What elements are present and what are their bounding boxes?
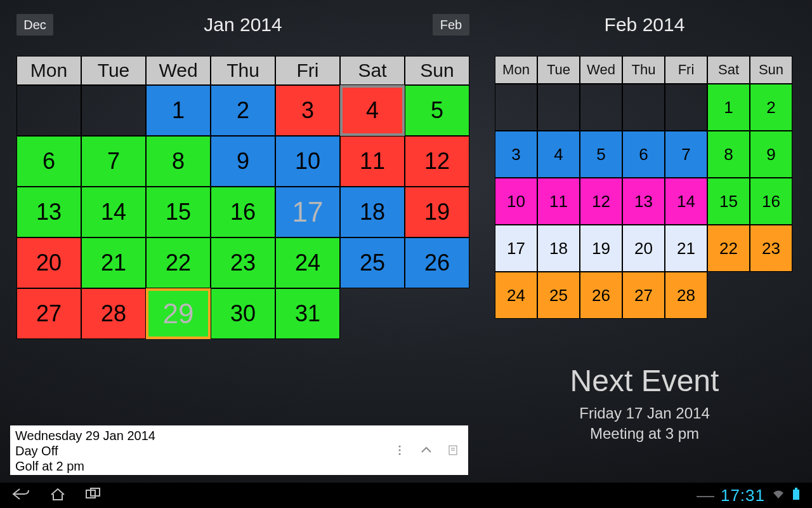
sec-day-cell[interactable]: 9 [750, 131, 792, 178]
sec-day-cell[interactable]: 4 [537, 131, 580, 178]
sec-day-cell[interactable]: 24 [495, 272, 537, 319]
dow-header: Tue [81, 56, 146, 85]
main-day-cell[interactable]: 17 [275, 187, 340, 237]
next-event-panel: Next Event Friday 17 Jan 2014 Meeting at… [495, 363, 794, 444]
main-day-cell[interactable]: 14 [81, 187, 146, 237]
calendar-secondary: MonTueWedThuFriSatSun 123456789101112131… [495, 56, 794, 319]
note-icon[interactable] [447, 444, 459, 457]
main-day-cell[interactable]: 5 [405, 85, 469, 136]
dow-header: Sun [405, 56, 469, 85]
sec-day-cell[interactable]: 13 [622, 178, 665, 225]
sec-day-cell[interactable]: 18 [537, 225, 580, 272]
main-day-cell[interactable]: 2 [211, 85, 275, 136]
dow-header: Sat [707, 56, 750, 84]
overflow-icon[interactable] [393, 444, 406, 457]
main-day-cell[interactable]: 4 [340, 85, 405, 136]
detail-line1: Day Off [15, 443, 379, 458]
sec-day-cell[interactable]: 25 [537, 272, 580, 319]
main-day-cell[interactable]: 6 [16, 136, 81, 187]
dow-header: Fri [665, 56, 707, 84]
main-day-cell[interactable]: 8 [146, 136, 211, 187]
sec-day-cell[interactable]: 14 [665, 178, 707, 225]
sec-day-cell[interactable]: 3 [495, 131, 537, 178]
dow-header: Sun [750, 56, 792, 84]
sec-day-cell[interactable]: 15 [707, 178, 750, 225]
sec-day-cell[interactable]: 6 [622, 131, 665, 178]
home-icon[interactable] [49, 487, 66, 504]
dow-header: Thu [622, 56, 665, 84]
main-day-cell[interactable]: 30 [211, 288, 275, 339]
sec-day-cell[interactable]: 8 [707, 131, 750, 178]
detail-line2: Golf at 2 pm [15, 458, 379, 474]
main-day-cell[interactable]: 27 [16, 288, 81, 339]
main-day-cell[interactable]: 19 [405, 187, 469, 237]
main-day-cell[interactable]: 11 [340, 136, 405, 187]
sec-day-cell[interactable]: 19 [580, 225, 622, 272]
battery-icon [792, 488, 801, 504]
day-detail-card: Wednesday 29 Jan 2014 Day Off Golf at 2 … [10, 425, 468, 475]
sec-day-cell[interactable]: 5 [580, 131, 622, 178]
wifi-icon [771, 488, 785, 503]
sec-day-cell[interactable]: 12 [580, 178, 622, 225]
sec-day-cell[interactable]: 17 [495, 225, 537, 272]
main-day-cell[interactable]: 15 [146, 187, 211, 237]
dow-header: Mon [16, 56, 81, 85]
next-event-date: Friday 17 Jan 2014 [495, 403, 794, 424]
sec-day-cell[interactable]: 27 [622, 272, 665, 319]
sec-day-cell[interactable]: 2 [750, 84, 792, 131]
main-day-cell[interactable]: 7 [81, 136, 146, 187]
main-day-cell[interactable]: 9 [211, 136, 275, 187]
next-event-heading: Next Event [495, 363, 794, 398]
dow-header: Sat [340, 56, 405, 85]
sec-day-cell[interactable]: 10 [495, 178, 537, 225]
dow-header: Wed [146, 56, 211, 85]
collapse-up-icon[interactable] [420, 444, 433, 457]
main-day-cell[interactable]: 10 [275, 136, 340, 187]
sec-day-cell[interactable]: 11 [537, 178, 580, 225]
system-navbar: — 17:31 [0, 483, 812, 508]
next-month-button[interactable]: Feb [433, 14, 469, 36]
main-day-cell[interactable]: 16 [211, 187, 275, 237]
main-day-cell[interactable]: 31 [275, 288, 340, 339]
dow-header: Mon [495, 56, 537, 84]
main-day-cell[interactable]: 20 [16, 237, 81, 288]
sec-day-cell[interactable]: 16 [750, 178, 792, 225]
svg-rect-8 [793, 490, 799, 500]
detail-date: Wednesday 29 Jan 2014 [15, 428, 379, 443]
sec-day-cell[interactable]: 21 [665, 225, 707, 272]
sec-day-cell[interactable]: 26 [580, 272, 622, 319]
calendar-main: MonTueWedThuFriSatSun 123456789101112131… [16, 56, 469, 339]
main-month-title: Jan 2014 [16, 14, 469, 36]
main-day-cell[interactable]: 23 [211, 237, 275, 288]
sec-day-cell[interactable]: 1 [707, 84, 750, 131]
sec-day-cell[interactable]: 23 [750, 225, 792, 272]
main-day-cell[interactable]: 28 [81, 288, 146, 339]
sec-day-cell[interactable]: 28 [665, 272, 707, 319]
dow-header: Tue [537, 56, 580, 84]
svg-point-2 [398, 453, 400, 455]
main-day-cell[interactable]: 18 [340, 187, 405, 237]
dow-header: Thu [211, 56, 275, 85]
sec-day-cell[interactable]: 22 [707, 225, 750, 272]
sec-day-cell[interactable]: 7 [665, 131, 707, 178]
main-day-cell[interactable]: 12 [405, 136, 469, 187]
dow-header: Wed [580, 56, 622, 84]
dow-header: Fri [275, 56, 340, 85]
sec-day-cell[interactable]: 20 [622, 225, 665, 272]
svg-rect-9 [795, 488, 797, 490]
main-day-cell[interactable]: 26 [405, 237, 469, 288]
main-day-cell[interactable]: 29 [146, 288, 211, 339]
back-icon[interactable] [11, 487, 30, 504]
recents-icon[interactable] [85, 487, 103, 504]
svg-point-1 [398, 449, 400, 451]
next-event-desc: Meeting at 3 pm [495, 424, 794, 444]
statusbar-clock: 17:31 [721, 486, 765, 505]
main-day-cell[interactable]: 3 [275, 85, 340, 136]
main-day-cell[interactable]: 22 [146, 237, 211, 288]
main-day-cell[interactable]: 21 [81, 237, 146, 288]
main-day-cell[interactable]: 24 [275, 237, 340, 288]
svg-point-0 [398, 445, 400, 447]
main-day-cell[interactable]: 1 [146, 85, 211, 136]
main-day-cell[interactable]: 25 [340, 237, 405, 288]
main-day-cell[interactable]: 13 [16, 187, 81, 237]
